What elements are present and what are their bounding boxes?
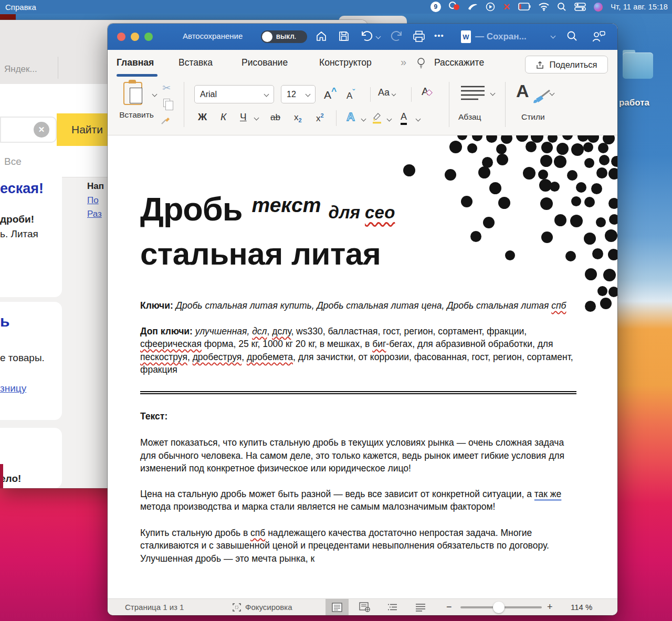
print-layout-icon <box>415 603 426 612</box>
home-icon[interactable] <box>315 30 328 43</box>
styles-button[interactable]: A <box>516 81 529 101</box>
paste-button[interactable] <box>123 82 142 105</box>
badge-count-icon[interactable]: 9 <box>430 2 441 12</box>
background-red-element-2 <box>0 464 3 488</box>
search-button[interactable] <box>566 30 579 43</box>
tab-insert[interactable]: Вставка <box>178 57 213 68</box>
save-icon[interactable] <box>338 30 350 43</box>
result-col2-link[interactable]: Раз <box>87 209 102 219</box>
horizontal-rule <box>140 391 576 394</box>
result-title-fragment[interactable]: ь <box>0 312 9 330</box>
ribbon-tabs: Главная Вставка Рисование Конструктор » … <box>108 50 617 78</box>
highlight-chevron-icon[interactable] <box>387 117 392 122</box>
doc-title-chevron-icon[interactable] <box>551 34 556 39</box>
menu-help[interactable]: Справка <box>5 3 36 12</box>
paragraph-group-label[interactable]: Абзац <box>458 112 481 122</box>
group-separator <box>449 82 449 127</box>
display-icon[interactable] <box>518 2 531 12</box>
text-effects-button[interactable]: A <box>346 110 355 124</box>
page-indicator[interactable]: Страница 1 из 1 <box>125 603 184 612</box>
copy-button[interactable] <box>163 99 170 107</box>
play-circle-icon[interactable] <box>486 2 495 12</box>
paragraph-chevron-icon[interactable] <box>490 91 496 96</box>
clear-search-icon[interactable]: ✕ <box>34 122 49 138</box>
format-painter-button[interactable] <box>161 115 171 126</box>
word-file-icon: W <box>461 30 471 43</box>
minimize-button[interactable] <box>131 33 139 41</box>
change-case-button[interactable]: Aa <box>378 87 395 98</box>
zoom-slider[interactable] <box>460 606 542 608</box>
body-paragraph-1: Может показаться, что купить стальную др… <box>140 436 576 475</box>
tab-home[interactable]: Главная <box>117 57 154 68</box>
control-center-icon[interactable] <box>574 3 586 11</box>
zoom-slider-thumb[interactable] <box>493 602 505 613</box>
subscript-button[interactable]: x2 <box>294 112 302 123</box>
result-line: ь. Литая <box>0 228 38 240</box>
result-card-3[interactable]: ело! <box>0 428 62 488</box>
font-color-chevron-icon[interactable] <box>416 117 421 122</box>
paste-chevron-icon[interactable] <box>152 92 158 97</box>
view-outline-button[interactable] <box>381 599 404 615</box>
tab-design[interactable]: Конструктор <box>319 57 372 68</box>
paragraph-settings-button[interactable] <box>460 85 486 103</box>
tab-draw[interactable]: Рисование <box>242 57 288 68</box>
shrink-font-button[interactable]: Aˇ <box>346 88 355 101</box>
font-size-select[interactable]: 12 <box>281 85 316 103</box>
zoom-level[interactable]: 114 % <box>571 603 592 612</box>
cut-button[interactable]: ✂ <box>162 82 171 94</box>
more-commands-button[interactable]: ••• <box>434 31 444 40</box>
tabs-overflow-chevron[interactable]: » <box>401 56 406 68</box>
menu-clock[interactable]: Чт, 11 авг. 15:18 <box>611 3 668 11</box>
font-color-button[interactable]: А <box>401 111 407 125</box>
underline-chevron-icon[interactable] <box>254 115 259 121</box>
highlight-button[interactable] <box>371 111 384 124</box>
swoosh-app-icon[interactable] <box>467 2 478 12</box>
search-icon[interactable] <box>557 2 566 12</box>
result-card-1[interactable]: еская! дроби! ь. Литая <box>0 167 62 297</box>
focus-mode-button[interactable]: Фокусировка <box>233 603 292 612</box>
strikethrough-button[interactable]: ab <box>270 112 280 123</box>
desktop-folder-label[interactable]: работа <box>613 98 655 108</box>
browser-tab[interactable]: Яндек... <box>4 64 37 75</box>
clear-format-button[interactable]: A <box>422 86 432 98</box>
record-status-icon[interactable] <box>449 2 459 12</box>
document-page[interactable]: Дробьтекстдля сео стальная литая Ключи: … <box>108 135 617 598</box>
result-card-2[interactable]: ь е товары. зницу <box>0 302 62 420</box>
siri-icon[interactable] <box>594 3 603 12</box>
zoom-in-button[interactable]: + <box>547 602 553 613</box>
font-name-select[interactable]: Arial <box>194 85 274 103</box>
bold-button[interactable]: Ж <box>198 111 207 123</box>
result-link[interactable]: зницу <box>0 383 26 394</box>
contacts-button[interactable] <box>592 30 606 44</box>
undo-button[interactable] <box>360 30 373 43</box>
view-web-button[interactable] <box>353 599 376 615</box>
text-effects-chevron-icon[interactable] <box>361 117 366 122</box>
result-col2-link[interactable]: По <box>87 195 99 206</box>
underline-button[interactable]: Ч <box>240 111 247 123</box>
fullscreen-button[interactable] <box>144 33 153 41</box>
close-button[interactable] <box>117 33 125 41</box>
view-print-layout-button[interactable] <box>409 599 432 615</box>
share-button[interactable]: Поделиться <box>525 56 608 73</box>
filter-all[interactable]: Все <box>4 156 22 167</box>
autosave-toggle[interactable]: ВЫКЛ. <box>261 30 307 43</box>
result-line: е товары. <box>0 352 45 364</box>
undo-chevron-icon[interactable] <box>376 34 381 39</box>
x-status-icon[interactable]: ✕ <box>503 2 510 13</box>
paste-label[interactable]: Вставить <box>116 110 157 120</box>
superscript-button[interactable]: x2 <box>316 112 324 124</box>
view-draft-button[interactable] <box>326 599 349 615</box>
styles-group-label[interactable]: Стили <box>521 112 545 122</box>
print-button[interactable] <box>412 30 426 43</box>
grow-font-button[interactable]: A^ <box>324 86 337 101</box>
redo-button[interactable] <box>390 30 404 43</box>
zoom-out-button[interactable]: − <box>446 602 452 613</box>
tellme-label[interactable]: Расскажите <box>434 57 484 68</box>
document-title[interactable]: — Сохран... <box>475 31 527 42</box>
wifi-icon[interactable] <box>539 3 549 11</box>
text-label: Текст: <box>140 410 576 423</box>
desktop-folder-icon[interactable] <box>623 52 653 79</box>
italic-button[interactable]: К <box>220 111 226 123</box>
result-title-fragment[interactable]: еская! <box>0 181 44 197</box>
group-separator <box>505 82 506 127</box>
